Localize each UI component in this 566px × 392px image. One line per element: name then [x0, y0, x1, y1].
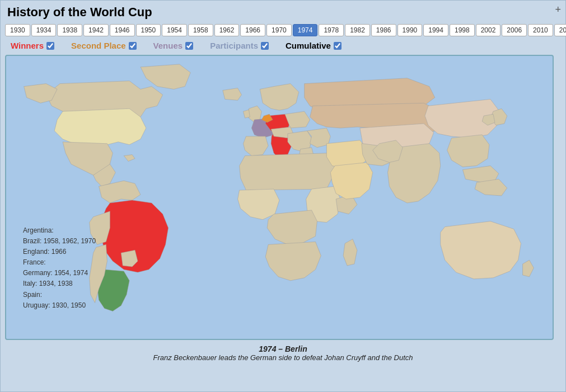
caption-year-venue: 1974 – Berlin: [5, 344, 561, 353]
second-place-checkbox[interactable]: [129, 42, 137, 50]
year-btn-1994[interactable]: 1994: [423, 24, 448, 36]
tooltip-line: Argentina:: [23, 225, 96, 236]
app-container: + History of the World Cup 1930193419381…: [0, 0, 566, 392]
map-tooltip: Argentina:Brazil: 1958, 1962, 1970Englan…: [23, 225, 96, 311]
participants-label: Participants: [210, 41, 258, 50]
year-btn-1938[interactable]: 1938: [57, 24, 82, 36]
legend-participants[interactable]: Participants: [210, 41, 269, 50]
year-btn-1954[interactable]: 1954: [162, 24, 187, 36]
legend-winners[interactable]: Winners: [11, 41, 54, 50]
year-btn-1942[interactable]: 1942: [83, 24, 109, 36]
year-btn-1974[interactable]: 1974: [293, 24, 318, 36]
winners-label: Winners: [11, 41, 44, 50]
year-btn-1966[interactable]: 1966: [240, 24, 265, 36]
legend-cumulative[interactable]: Cumulative: [286, 41, 342, 50]
year-btn-1970[interactable]: 1970: [266, 24, 292, 36]
map-caption: 1974 – Berlin Franz Beckenbauer leads th…: [5, 344, 561, 362]
year-btn-1998[interactable]: 1998: [450, 24, 475, 36]
venues-label: Venues: [153, 41, 183, 50]
year-btn-1930[interactable]: 1930: [5, 24, 30, 36]
year-btn-2014[interactable]: 2014: [554, 24, 566, 36]
year-btn-1990[interactable]: 1990: [397, 24, 423, 36]
second-place-label: Second Place: [71, 41, 126, 50]
legend-second-place[interactable]: Second Place: [71, 41, 137, 50]
year-btn-1962[interactable]: 1962: [214, 24, 240, 36]
year-btn-2002[interactable]: 2002: [476, 24, 501, 36]
plus-icon[interactable]: +: [555, 4, 561, 16]
year-btn-2006[interactable]: 2006: [502, 24, 527, 36]
venues-checkbox[interactable]: [185, 42, 193, 50]
winners-checkbox[interactable]: [46, 42, 54, 50]
cumulative-label: Cumulative: [286, 41, 331, 50]
tooltip-line: England: 1966: [23, 247, 96, 257]
tooltip-line: Uruguay: 1930, 1950: [23, 300, 96, 311]
participants-checkbox[interactable]: [261, 42, 269, 50]
legend-venues[interactable]: Venues: [153, 41, 194, 50]
year-navigation: 1930193419381942194619501954195819621966…: [5, 24, 561, 36]
map-container: Argentina:Brazil: 1958, 1962, 1970Englan…: [5, 55, 554, 340]
year-btn-1934[interactable]: 1934: [31, 24, 57, 36]
year-btn-1978[interactable]: 1978: [319, 24, 344, 36]
cumulative-checkbox[interactable]: [334, 42, 342, 50]
year-btn-2010[interactable]: 2010: [528, 24, 553, 36]
year-btn-1958[interactable]: 1958: [188, 24, 213, 36]
legend-bar: Winners Second Place Venues Participants…: [5, 41, 561, 50]
year-btn-1946[interactable]: 1946: [110, 24, 135, 36]
tooltip-line: Italy: 1934, 1938: [23, 278, 96, 289]
page-title: History of the World Cup: [5, 5, 561, 20]
tooltip-line: Germany: 1954, 1974: [23, 268, 96, 278]
tooltip-line: Spain:: [23, 290, 96, 300]
tooltip-line: France:: [23, 257, 96, 268]
year-btn-1950[interactable]: 1950: [136, 24, 161, 36]
tooltip-line: Brazil: 1958, 1962, 1970: [23, 236, 96, 247]
year-btn-1986[interactable]: 1986: [371, 24, 396, 36]
year-btn-1982[interactable]: 1982: [345, 24, 370, 36]
caption-description: Franz Beckenbauer leads the German side …: [5, 353, 561, 362]
